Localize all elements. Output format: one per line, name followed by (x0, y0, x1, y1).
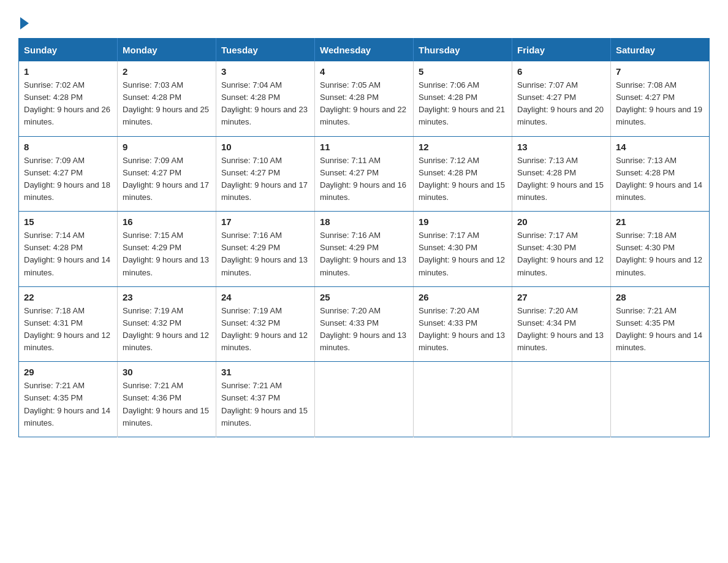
calendar-cell: 1 Sunrise: 7:02 AM Sunset: 4:28 PM Dayli… (19, 61, 118, 136)
day-info: Sunrise: 7:12 AM Sunset: 4:28 PM Dayligh… (419, 155, 507, 204)
day-info: Sunrise: 7:18 AM Sunset: 4:31 PM Dayligh… (24, 305, 112, 354)
day-number: 30 (123, 367, 211, 377)
calendar-cell: 11 Sunrise: 7:11 AM Sunset: 4:27 PM Dayl… (315, 136, 414, 212)
day-info: Sunrise: 7:14 AM Sunset: 4:28 PM Dayligh… (24, 229, 112, 279)
day-info: Sunrise: 7:15 AM Sunset: 4:29 PM Dayligh… (123, 229, 211, 279)
calendar-cell: 21 Sunrise: 7:18 AM Sunset: 4:30 PM Dayl… (611, 212, 710, 287)
calendar-cell: 19 Sunrise: 7:17 AM Sunset: 4:30 PM Dayl… (414, 212, 512, 287)
calendar-cell (315, 362, 414, 437)
calendar-cell: 27 Sunrise: 7:20 AM Sunset: 4:34 PM Dayl… (512, 286, 611, 362)
weekday-header-monday: Monday (118, 39, 216, 62)
day-number: 1 (24, 66, 112, 77)
calendar-cell: 3 Sunrise: 7:04 AM Sunset: 4:28 PM Dayli… (216, 61, 315, 136)
calendar-cell: 7 Sunrise: 7:08 AM Sunset: 4:27 PM Dayli… (611, 61, 710, 136)
day-info: Sunrise: 7:17 AM Sunset: 4:30 PM Dayligh… (419, 229, 507, 279)
day-number: 31 (221, 367, 309, 377)
weekday-header-wednesday: Wednesday (315, 39, 414, 62)
day-number: 22 (24, 292, 112, 302)
day-number: 5 (419, 66, 507, 77)
day-number: 14 (616, 142, 704, 152)
day-info: Sunrise: 7:03 AM Sunset: 4:28 PM Dayligh… (123, 79, 211, 129)
calendar-cell (512, 362, 611, 437)
calendar-cell: 8 Sunrise: 7:09 AM Sunset: 4:27 PM Dayli… (19, 136, 118, 212)
day-number: 3 (221, 66, 309, 77)
calendar-cell: 20 Sunrise: 7:17 AM Sunset: 4:30 PM Dayl… (512, 212, 611, 287)
calendar-cell (414, 362, 512, 437)
day-info: Sunrise: 7:07 AM Sunset: 4:27 PM Dayligh… (517, 79, 605, 129)
calendar-cell: 13 Sunrise: 7:13 AM Sunset: 4:28 PM Dayl… (512, 136, 611, 212)
day-number: 27 (517, 292, 605, 302)
day-info: Sunrise: 7:18 AM Sunset: 4:30 PM Dayligh… (616, 229, 704, 279)
day-info: Sunrise: 7:21 AM Sunset: 4:35 PM Dayligh… (616, 305, 704, 354)
day-info: Sunrise: 7:19 AM Sunset: 4:32 PM Dayligh… (123, 305, 211, 354)
day-info: Sunrise: 7:17 AM Sunset: 4:30 PM Dayligh… (517, 229, 605, 279)
calendar-cell: 26 Sunrise: 7:20 AM Sunset: 4:33 PM Dayl… (414, 286, 512, 362)
day-number: 6 (517, 66, 605, 77)
day-number: 13 (517, 142, 605, 152)
day-number: 20 (517, 216, 605, 227)
day-info: Sunrise: 7:21 AM Sunset: 4:36 PM Dayligh… (123, 380, 211, 429)
calendar-cell: 16 Sunrise: 7:15 AM Sunset: 4:29 PM Dayl… (118, 212, 216, 287)
week-row-3: 15 Sunrise: 7:14 AM Sunset: 4:28 PM Dayl… (19, 212, 710, 287)
calendar-cell: 12 Sunrise: 7:12 AM Sunset: 4:28 PM Dayl… (414, 136, 512, 212)
calendar-cell: 15 Sunrise: 7:14 AM Sunset: 4:28 PM Dayl… (19, 212, 118, 287)
day-info: Sunrise: 7:02 AM Sunset: 4:28 PM Dayligh… (24, 79, 112, 129)
day-info: Sunrise: 7:20 AM Sunset: 4:33 PM Dayligh… (419, 305, 507, 354)
calendar-cell: 14 Sunrise: 7:13 AM Sunset: 4:28 PM Dayl… (611, 136, 710, 212)
day-number: 9 (123, 142, 211, 152)
day-info: Sunrise: 7:13 AM Sunset: 4:28 PM Dayligh… (517, 155, 605, 204)
day-info: Sunrise: 7:21 AM Sunset: 4:35 PM Dayligh… (24, 380, 112, 429)
day-number: 8 (24, 142, 112, 152)
week-row-5: 29 Sunrise: 7:21 AM Sunset: 4:35 PM Dayl… (19, 362, 710, 437)
day-info: Sunrise: 7:20 AM Sunset: 4:33 PM Dayligh… (320, 305, 408, 354)
calendar-cell: 28 Sunrise: 7:21 AM Sunset: 4:35 PM Dayl… (611, 286, 710, 362)
calendar-cell: 25 Sunrise: 7:20 AM Sunset: 4:33 PM Dayl… (315, 286, 414, 362)
calendar-cell: 23 Sunrise: 7:19 AM Sunset: 4:32 PM Dayl… (118, 286, 216, 362)
day-number: 16 (123, 216, 211, 227)
day-number: 18 (320, 216, 408, 227)
day-number: 25 (320, 292, 408, 302)
calendar-cell: 24 Sunrise: 7:19 AM Sunset: 4:32 PM Dayl… (216, 286, 315, 362)
calendar-cell: 2 Sunrise: 7:03 AM Sunset: 4:28 PM Dayli… (118, 61, 216, 136)
calendar-cell: 18 Sunrise: 7:16 AM Sunset: 4:29 PM Dayl… (315, 212, 414, 287)
day-info: Sunrise: 7:20 AM Sunset: 4:34 PM Dayligh… (517, 305, 605, 354)
day-info: Sunrise: 7:19 AM Sunset: 4:32 PM Dayligh… (221, 305, 309, 354)
logo-arrow-icon (20, 17, 29, 29)
day-info: Sunrise: 7:09 AM Sunset: 4:27 PM Dayligh… (24, 155, 112, 204)
weekday-header-tuesday: Tuesday (216, 39, 315, 62)
day-number: 23 (123, 292, 211, 302)
calendar-cell (611, 362, 710, 437)
day-info: Sunrise: 7:16 AM Sunset: 4:29 PM Dayligh… (221, 229, 309, 279)
day-info: Sunrise: 7:10 AM Sunset: 4:27 PM Dayligh… (221, 155, 309, 204)
day-info: Sunrise: 7:04 AM Sunset: 4:28 PM Dayligh… (221, 79, 309, 129)
day-info: Sunrise: 7:06 AM Sunset: 4:28 PM Dayligh… (419, 79, 507, 129)
weekday-header-friday: Friday (512, 39, 611, 62)
day-number: 24 (221, 292, 309, 302)
calendar-cell: 10 Sunrise: 7:10 AM Sunset: 4:27 PM Dayl… (216, 136, 315, 212)
calendar-table: SundayMondayTuesdayWednesdayThursdayFrid… (18, 38, 710, 437)
calendar-cell: 4 Sunrise: 7:05 AM Sunset: 4:28 PM Dayli… (315, 61, 414, 136)
day-number: 4 (320, 66, 408, 77)
day-number: 7 (616, 66, 704, 77)
day-number: 2 (123, 66, 211, 77)
day-number: 12 (419, 142, 507, 152)
day-number: 17 (221, 216, 309, 227)
calendar-cell: 22 Sunrise: 7:18 AM Sunset: 4:31 PM Dayl… (19, 286, 118, 362)
day-number: 10 (221, 142, 309, 152)
calendar-cell: 6 Sunrise: 7:07 AM Sunset: 4:27 PM Dayli… (512, 61, 611, 136)
page-header (18, 12, 710, 27)
day-number: 21 (616, 216, 704, 227)
weekday-header-row: SundayMondayTuesdayWednesdayThursdayFrid… (19, 39, 710, 62)
weekday-header-saturday: Saturday (611, 39, 710, 62)
day-number: 29 (24, 367, 112, 377)
day-number: 15 (24, 216, 112, 227)
week-row-1: 1 Sunrise: 7:02 AM Sunset: 4:28 PM Dayli… (19, 61, 710, 136)
day-info: Sunrise: 7:21 AM Sunset: 4:37 PM Dayligh… (221, 380, 309, 429)
logo (18, 16, 29, 27)
week-row-4: 22 Sunrise: 7:18 AM Sunset: 4:31 PM Dayl… (19, 286, 710, 362)
day-number: 19 (419, 216, 507, 227)
day-number: 11 (320, 142, 408, 152)
day-info: Sunrise: 7:11 AM Sunset: 4:27 PM Dayligh… (320, 155, 408, 204)
day-number: 26 (419, 292, 507, 302)
weekday-header-sunday: Sunday (19, 39, 118, 62)
